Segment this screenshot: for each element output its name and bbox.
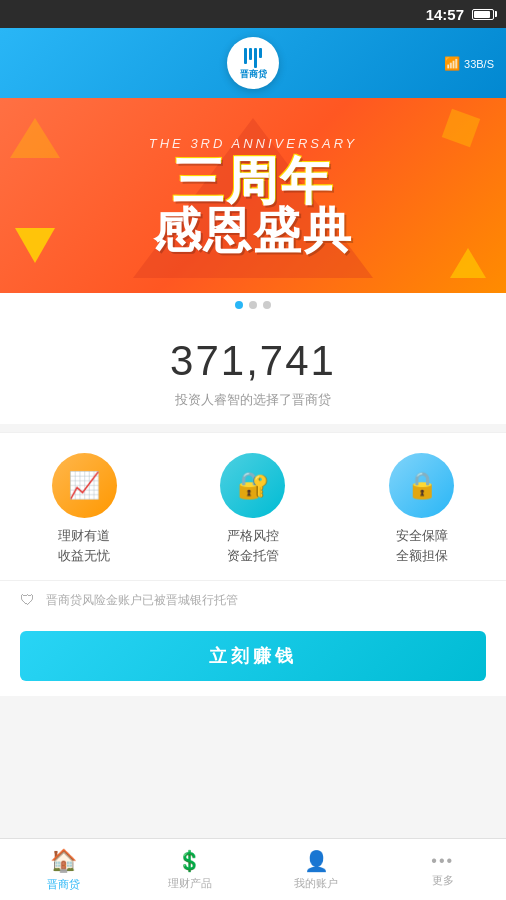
promo-banner[interactable]: THE 3RD ANNIVERSARY 三周年 感恩盛典 [0, 98, 506, 293]
feature-finance: 📈 理财有道 收益无忧 [1, 453, 168, 565]
banner-title-line2: 感恩盛典 [149, 207, 357, 255]
shield-notice-icon: 🛡 [20, 591, 38, 609]
battery-icon [472, 9, 494, 20]
nav-home-label: 晋商贷 [47, 877, 80, 892]
deco-rect [442, 109, 480, 147]
account-icon: 👤 [304, 849, 329, 873]
feature-label-finance: 理财有道 收益无忧 [58, 526, 110, 565]
feature-icon-finance: 📈 [52, 453, 117, 518]
deco-triangle-bottomleft [15, 228, 55, 263]
risk-icon: 🔐 [237, 470, 269, 501]
wifi-icon: 📶 [444, 56, 460, 71]
nav-more[interactable]: ••• 更多 [380, 839, 507, 900]
deco-triangle-left [10, 118, 60, 158]
logo-text: 晋商贷 [240, 70, 267, 79]
network-speed: 33B/S [464, 57, 494, 69]
dot-1[interactable] [235, 301, 243, 309]
dot-2[interactable] [249, 301, 257, 309]
banner-content: THE 3RD ANNIVERSARY 三周年 感恩盛典 [149, 136, 357, 255]
stats-section: 371,741 投资人睿智的选择了晋商贷 [0, 317, 506, 424]
security-icon: 🔒 [406, 470, 438, 501]
header-right-icons: 📶 33B/S [444, 56, 494, 71]
deco-triangle-right [450, 248, 486, 278]
feature-security: 🔒 安全保障 全额担保 [338, 453, 505, 565]
nav-home[interactable]: 🏠 晋商贷 [0, 839, 127, 900]
feature-label-risk: 严格风控 资金托管 [227, 526, 279, 565]
more-icon: ••• [431, 852, 454, 870]
status-bar: 14:57 [0, 0, 506, 28]
app-header: 晋商贷 📶 33B/S [0, 28, 506, 98]
notice-text: 晋商贷风险金账户已被晋城银行托管 [46, 592, 238, 609]
finance-icon: 📈 [68, 470, 100, 501]
status-time: 14:57 [426, 6, 464, 23]
nav-products-label: 理财产品 [168, 876, 212, 891]
banner-anniversary: THE 3RD ANNIVERSARY [149, 136, 357, 151]
banner-dots [0, 293, 506, 317]
cta-section: 立刻赚钱 [0, 619, 506, 696]
products-icon: 💲 [177, 849, 202, 873]
nav-products[interactable]: 💲 理财产品 [127, 839, 254, 900]
nav-account[interactable]: 👤 我的账户 [253, 839, 380, 900]
status-icons [472, 9, 494, 20]
notice-bar: 🛡 晋商贷风险金账户已被晋城银行托管 [0, 580, 506, 619]
feature-risk: 🔐 严格风控 资金托管 [170, 453, 337, 565]
investor-count: 371,741 [0, 337, 506, 385]
stats-description: 投资人睿智的选择了晋商贷 [0, 391, 506, 409]
home-icon: 🏠 [50, 848, 77, 874]
section-gap-1 [0, 424, 506, 432]
dot-3[interactable] [263, 301, 271, 309]
cta-button[interactable]: 立刻赚钱 [20, 631, 486, 681]
bottom-nav: 🏠 晋商贷 💲 理财产品 👤 我的账户 ••• 更多 [0, 838, 506, 900]
app-logo: 晋商贷 [227, 37, 279, 89]
feature-icon-risk: 🔐 [220, 453, 285, 518]
feature-label-security: 安全保障 全额担保 [396, 526, 448, 565]
feature-icon-security: 🔒 [389, 453, 454, 518]
nav-account-label: 我的账户 [294, 876, 338, 891]
features-section: 📈 理财有道 收益无忧 🔐 严格风控 资金托管 🔒 安全保障 全额担保 [0, 432, 506, 580]
banner-title-line1: 三周年 [149, 155, 357, 207]
nav-more-label: 更多 [432, 873, 454, 888]
